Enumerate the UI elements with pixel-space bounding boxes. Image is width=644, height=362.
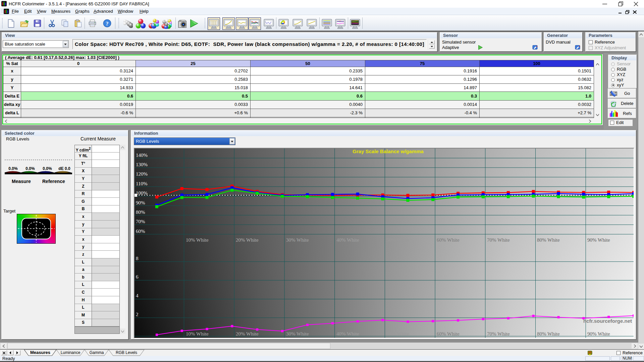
- svg-text:120%: 120%: [136, 171, 148, 177]
- svg-text:110%: 110%: [136, 181, 147, 186]
- svg-text:30% White: 30% White: [286, 331, 309, 337]
- svg-text:70% White: 70% White: [487, 237, 510, 243]
- svg-text:Measures: Measures: [30, 350, 50, 355]
- svg-text:80% White: 80% White: [537, 331, 560, 337]
- svg-text:50% White: 50% White: [386, 331, 409, 337]
- svg-text:60% White: 60% White: [437, 237, 460, 243]
- svg-text:90%: 90%: [136, 200, 145, 205]
- svg-text:dE 0.0: dE 0.0: [58, 166, 70, 171]
- svg-text:4: 4: [136, 293, 139, 298]
- svg-text:100%: 100%: [136, 190, 148, 196]
- svg-text:30% White: 30% White: [286, 237, 309, 243]
- svg-text:hcfr.sourceforge.net: hcfr.sourceforge.net: [583, 318, 632, 324]
- svg-text:2: 2: [136, 312, 139, 317]
- svg-text:90% White: 90% White: [587, 331, 610, 337]
- svg-text:6: 6: [136, 274, 139, 280]
- svg-text:Gray Scale Balance w/gamma: Gray Scale Balance w/gamma: [353, 148, 424, 154]
- svg-text:70%: 70%: [136, 219, 145, 224]
- svg-text:10% White: 10% White: [186, 331, 209, 337]
- svg-text:40% White: 40% White: [336, 331, 359, 337]
- svg-text:60%: 60%: [136, 229, 145, 234]
- svg-text:0.0%: 0.0%: [43, 166, 52, 171]
- svg-text:20% White: 20% White: [236, 331, 259, 337]
- svg-text:80% White: 80% White: [537, 237, 560, 243]
- svg-text:20% White: 20% White: [236, 237, 259, 243]
- svg-text:RGB Levels: RGB Levels: [116, 350, 137, 355]
- svg-text:?: ?: [106, 20, 108, 27]
- svg-text:8: 8: [136, 256, 139, 261]
- svg-text:10% White: 10% White: [186, 237, 209, 243]
- svg-text:50% White: 50% White: [386, 237, 409, 243]
- svg-text:130%: 130%: [136, 162, 148, 167]
- svg-text:Luminance: Luminance: [61, 350, 80, 355]
- svg-text:70% White: 70% White: [487, 331, 510, 337]
- svg-text:40% White: 40% White: [336, 237, 359, 243]
- svg-text:Gamma: Gamma: [90, 350, 104, 355]
- svg-text:90% White: 90% White: [587, 237, 610, 243]
- svg-text:140%: 140%: [136, 153, 148, 158]
- svg-text:80%: 80%: [136, 209, 145, 215]
- svg-text:60% White: 60% White: [437, 331, 460, 337]
- svg-text:0.0%: 0.0%: [8, 166, 18, 171]
- svg-text:0.0%: 0.0%: [25, 166, 35, 171]
